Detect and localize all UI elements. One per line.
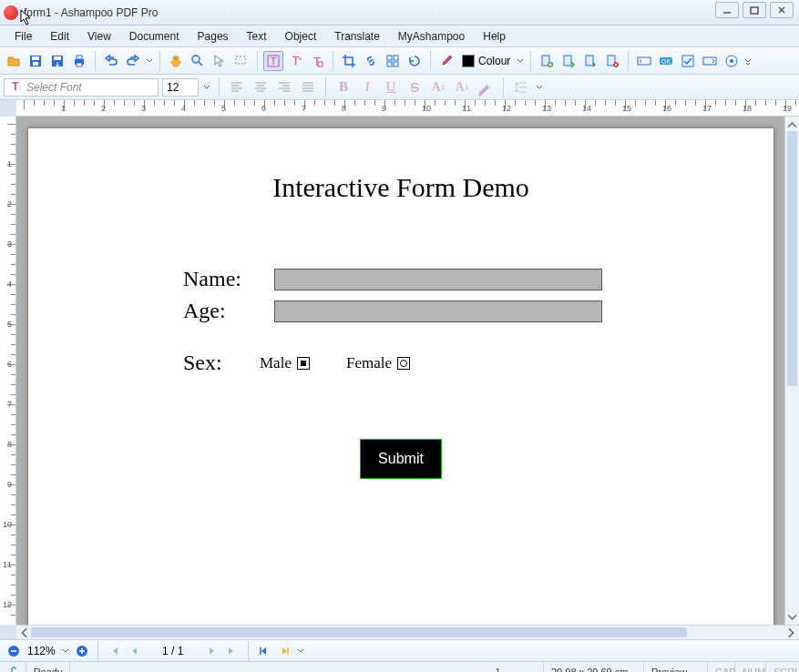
nav-back-button[interactable] (256, 643, 272, 659)
field-textbox-button[interactable] (634, 51, 654, 71)
menu-file[interactable]: File (5, 28, 41, 45)
menu-text[interactable]: Text (238, 28, 276, 45)
svg-rect-11 (77, 63, 82, 66)
submit-label: Submit (378, 451, 424, 467)
italic-button[interactable]: I (357, 77, 377, 97)
open-button[interactable] (4, 51, 24, 71)
font-select[interactable]: TSelect Font (4, 78, 159, 97)
zoom-tool[interactable] (188, 51, 208, 71)
status-mode: Preview (644, 662, 708, 672)
radio-filled-icon (301, 361, 306, 366)
vertical-ruler: 12345678910111213 (0, 117, 16, 625)
colour-dropdown[interactable] (516, 51, 525, 71)
revert-tool[interactable] (405, 51, 425, 71)
menu-help[interactable]: Help (474, 28, 515, 45)
align-justify-button[interactable] (298, 77, 318, 97)
window-title: form1 - Ashampoo PDF Pro (24, 6, 158, 19)
print-button[interactable] (69, 51, 89, 71)
page-add-button[interactable] (537, 51, 557, 71)
page-insert-button[interactable] (558, 51, 579, 71)
age-field[interactable] (274, 300, 602, 322)
zoom-dropdown[interactable] (61, 641, 70, 661)
close-button[interactable] (770, 2, 794, 18)
line-spacing-dropdown[interactable] (535, 77, 544, 97)
first-page-button[interactable] (106, 643, 122, 659)
menu-document[interactable]: Document (120, 28, 189, 45)
select-tool[interactable] (210, 51, 230, 71)
page-delete-button[interactable] (602, 51, 622, 71)
status-scrl: SCRL (766, 662, 799, 672)
svg-rect-1 (751, 7, 758, 14)
undo-dropdown[interactable] (145, 51, 154, 71)
align-center-button[interactable] (251, 77, 271, 97)
page: Interactive Form Demo Name: Age: Sex: Ma… (27, 127, 774, 625)
link-tool[interactable] (361, 51, 381, 71)
superscript-button[interactable]: A1 (428, 77, 448, 97)
redo-button[interactable] (123, 51, 143, 71)
horizontal-scrollbar[interactable] (16, 625, 799, 639)
zoom-in-button[interactable] (74, 643, 90, 659)
zoom-out-button[interactable] (5, 643, 22, 659)
scroll-right-button[interactable] (784, 626, 799, 639)
maximize-button[interactable] (743, 2, 766, 18)
svg-text:OK: OK (661, 58, 671, 65)
text-edit-tool[interactable]: T (263, 51, 283, 71)
save-button[interactable] (26, 51, 46, 71)
nav-forward-button[interactable] (276, 643, 292, 659)
minimize-button[interactable] (715, 2, 739, 18)
undo-button[interactable] (101, 51, 121, 71)
female-radio[interactable] (397, 357, 410, 370)
scroll-down-button[interactable] (785, 610, 799, 625)
text-add-tool[interactable]: T+ (285, 51, 305, 71)
menu-pages[interactable]: Pages (189, 28, 238, 45)
field-checkbox-button[interactable] (678, 51, 698, 71)
menu-edit[interactable]: Edit (41, 28, 78, 45)
hscroll-thumb[interactable] (31, 627, 687, 637)
field-radio-button[interactable] (722, 51, 742, 71)
nav-overflow[interactable] (296, 641, 305, 661)
submit-button[interactable]: Submit (360, 439, 442, 479)
font-size-select[interactable]: 12 (162, 78, 199, 97)
document-canvas[interactable]: Interactive Form Demo Name: Age: Sex: Ma… (16, 117, 784, 625)
svg-rect-5 (32, 56, 39, 60)
male-radio[interactable] (297, 357, 310, 370)
hand-tool[interactable] (166, 51, 186, 71)
snapshot-tool[interactable] (231, 51, 251, 71)
page-input[interactable] (146, 645, 200, 657)
prev-page-button[interactable] (126, 643, 142, 659)
vscroll-thumb[interactable] (787, 131, 797, 386)
field-button-button[interactable]: OK (656, 51, 676, 71)
menu-translate[interactable]: Translate (325, 28, 389, 45)
title-bar: form1 - Ashampoo PDF Pro ···· (0, 0, 799, 25)
next-page-button[interactable] (204, 643, 220, 659)
last-page-button[interactable] (224, 643, 241, 659)
crop-tool[interactable] (339, 51, 359, 71)
align-left-button[interactable] (227, 77, 247, 97)
scroll-up-button[interactable] (785, 117, 799, 131)
form-tool[interactable] (383, 51, 403, 71)
toolbar-overflow[interactable] (743, 51, 753, 71)
field-combobox-button[interactable] (700, 51, 720, 71)
menu-view[interactable]: View (78, 28, 120, 45)
menu-myashampoo[interactable]: MyAshampoo (389, 28, 474, 45)
underline-button[interactable]: U (381, 77, 401, 97)
textbox-tool[interactable]: T (307, 51, 327, 71)
eyedropper-tool[interactable] (436, 51, 456, 71)
background-tabs: ···· (230, 7, 433, 18)
align-right-button[interactable] (274, 77, 294, 97)
subscript-button[interactable]: A1 (452, 77, 472, 97)
highlight-button[interactable] (476, 77, 496, 97)
scroll-left-button[interactable] (16, 626, 31, 639)
page-extract-button[interactable] (580, 51, 600, 71)
colour-picker[interactable]: Colour (458, 51, 514, 71)
font-size-dropdown[interactable] (202, 77, 211, 97)
line-spacing-button[interactable] (511, 77, 531, 97)
name-field[interactable] (274, 269, 602, 290)
saveas-button[interactable] (47, 51, 67, 71)
vertical-scrollbar[interactable] (784, 117, 799, 625)
strikethrough-button[interactable]: S (405, 77, 425, 97)
menu-object[interactable]: Object (276, 28, 326, 45)
bold-button[interactable]: B (333, 77, 353, 97)
svg-rect-35 (682, 56, 693, 66)
zoom-value: 112% (26, 645, 57, 657)
